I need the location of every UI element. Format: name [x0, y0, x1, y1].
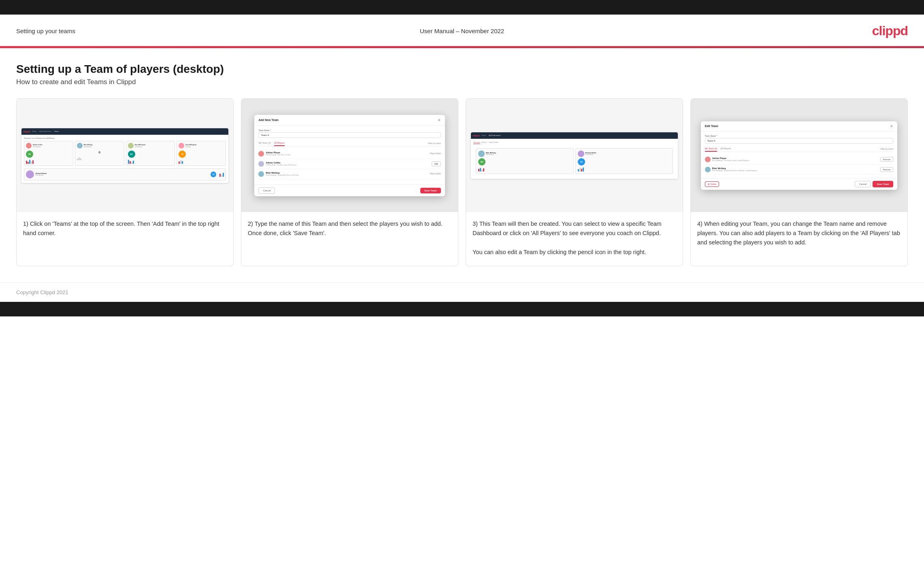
- player-list-2: Adrian Player Plus Handicap · The Shire …: [258, 149, 441, 181]
- mock-tab-settings-3: Stage Details: [489, 141, 498, 144]
- player-add-btn-2-1[interactable]: Add: [432, 161, 441, 166]
- edit-player-avatar-4-0: [705, 157, 711, 162]
- edit-player-detail-4-0: Plus Handicap · The Shire London, United…: [712, 159, 749, 161]
- modal-cancel-btn-2[interactable]: Cancel: [258, 187, 275, 194]
- header-center-label: User Manual – November 2022: [420, 28, 504, 34]
- player-detail-2-2: Plus Handicap · Royal North Devon Golf C…: [266, 174, 298, 176]
- card-2-modal: Add New Team ✕ Team Name * Team A My Tea…: [254, 115, 445, 196]
- edit-remove-btn-4-1[interactable]: Remove: [880, 167, 894, 172]
- bar: [179, 161, 180, 164]
- modal-footer-2: Cancel Save Team: [254, 185, 445, 196]
- mock-nav-teams-3: My Performance: [488, 134, 501, 136]
- mock-avatar-1: [26, 143, 32, 148]
- tab-my-team-4[interactable]: My Team (2): [705, 146, 717, 152]
- edit-player-info-4-0: Adrian Player Plus Handicap · The Shire …: [705, 157, 749, 162]
- modal-header-2: Add New Team ✕: [254, 115, 445, 126]
- bar: [581, 169, 582, 172]
- card-2: Add New Team ✕ Team Name * Team A My Tea…: [241, 98, 458, 266]
- edit-modal-close-4[interactable]: ✕: [890, 124, 893, 128]
- player-status-2-0: Player Added: [430, 153, 441, 155]
- metric-detail-3-0: Plus Handicap: [486, 154, 496, 155]
- mock-nav-performance: My Performance: [38, 130, 52, 132]
- page-title-area: Setting up a Team of players (desktop) H…: [0, 48, 924, 98]
- edit-remove-btn-4-0[interactable]: Remove: [880, 157, 894, 162]
- metric-avatar-3-1: [578, 151, 584, 157]
- mock-large-bars: [219, 172, 224, 177]
- player-avatar-2-1: [258, 161, 264, 167]
- bar: [131, 162, 132, 164]
- card-3-step-label: 3) This Team will then be created. You c…: [473, 219, 676, 257]
- edit-save-btn-4[interactable]: Save Team: [873, 181, 893, 187]
- mock-name-3: Dave Billingham: [135, 144, 146, 146]
- header-left-label: Setting up your teams: [16, 28, 75, 34]
- bar: [481, 170, 483, 172]
- player-detail-2-0: Plus Handicap · The Shire London: [266, 154, 290, 156]
- card-1-step-label: 1) Click on 'Teams' at the top of the sc…: [23, 219, 227, 238]
- bottom-bar: [0, 302, 924, 316]
- modal-close-2[interactable]: ✕: [438, 118, 441, 122]
- tab-my-team-2[interactable]: My Team (2): [258, 140, 270, 146]
- edit-player-detail-4-1: Plus Handicap · Royal North Devon Golf C…: [712, 170, 757, 172]
- mock-nav-teams: Teams: [53, 130, 60, 132]
- top-bar: [0, 0, 924, 15]
- card-4-text: 4) When editing your Team, you can chang…: [691, 212, 907, 266]
- logo: clippd: [872, 23, 908, 38]
- metric-score-3-0: 94: [478, 158, 485, 165]
- bar: [32, 160, 34, 164]
- bar: [77, 159, 78, 160]
- tab-all-players-2[interactable]: All Players: [274, 140, 285, 146]
- mock-large-avatar: [26, 170, 34, 178]
- copyright-text: Copyright Clippd 2021: [16, 289, 68, 295]
- mock-nav-1: clippd Home My Performance Teams: [21, 128, 228, 135]
- card-4: Edit Team ✕ Team Name * Team A My Team (…: [690, 98, 908, 266]
- mock-tab-overview-3: Overview: [473, 141, 480, 144]
- mock-avatar-4: [179, 143, 184, 148]
- bar: [182, 161, 183, 164]
- edit-cancel-btn-4[interactable]: Cancel: [855, 181, 871, 187]
- player-list-item-2-2: Blair McHarg Plus Handicap · Royal North…: [258, 169, 441, 179]
- card-1-screenshot: clippd Home My Performance Teams Showing…: [17, 99, 233, 212]
- mock-bars-3: [128, 159, 173, 164]
- cards-row: clippd Home My Performance Teams Showing…: [0, 98, 924, 282]
- mock-logo-1: clippd: [23, 130, 30, 133]
- mock-score-4: 78: [179, 151, 186, 158]
- page-subtitle: How to create and edit Teams in Clippd: [16, 78, 908, 86]
- bar: [579, 168, 581, 172]
- bar: [478, 169, 479, 172]
- mock-bars-2: [77, 155, 122, 160]
- modal-tabs-2: My Team (2) All Players Filter by name: [258, 140, 441, 146]
- delete-label-4: Delete: [711, 183, 716, 185]
- edit-team-name-input-4[interactable]: Team A: [705, 138, 893, 144]
- modal-save-btn-2[interactable]: Save Team: [420, 188, 441, 193]
- trash-icon: 🗑: [708, 183, 710, 185]
- player-avatar-2-2: [258, 171, 264, 177]
- player-info-2-1: Adrian Coliba 1.8 Handicap · Central Lon…: [258, 161, 296, 167]
- modal-team-name-input-2[interactable]: Team A: [258, 132, 441, 138]
- mock-nav-home: Home: [32, 130, 38, 132]
- metric-score-3-1: 72: [578, 158, 585, 165]
- mock-name-4: Dave Billingham: [185, 144, 196, 146]
- edit-player-avatar-4-1: [705, 167, 711, 172]
- bar: [28, 162, 29, 164]
- metric-bars-3-0: [478, 167, 571, 172]
- mock-detail-4: Handicap: [185, 146, 196, 148]
- card-4-step-label: 4) When editing your Team, you can chang…: [697, 219, 901, 248]
- mock-large-score: 72: [211, 172, 216, 177]
- mock-tab-players-3: Players: [482, 141, 487, 144]
- mock-nav-3: clippd Home My Performance: [471, 132, 678, 139]
- mock-player-grid-1: Adrian Collins Plus Handicap 84: [24, 141, 226, 166]
- mock-avatar-2: [77, 143, 83, 148]
- card-3-screenshot: clippd Home My Performance Overview Play…: [466, 99, 683, 212]
- page-title: Setting up a Team of players (desktop): [16, 63, 908, 76]
- player-info-2-0: Adrian Player Plus Handicap · The Shire …: [258, 151, 290, 157]
- bar: [578, 169, 579, 172]
- mock-detail-1: Plus Handicap: [33, 146, 43, 148]
- bar: [583, 168, 584, 172]
- tab-all-players-4[interactable]: All Players: [720, 146, 731, 152]
- modal-body-2: Team Name * Team A My Team (2) All Playe…: [254, 126, 445, 185]
- edit-delete-btn-4[interactable]: 🗑 Delete: [705, 181, 719, 187]
- metric-bars-3-1: [578, 167, 671, 172]
- filter-by-name-2: Filter by name: [428, 140, 441, 146]
- player-avatar-2-0: [258, 151, 264, 157]
- bar: [219, 174, 221, 177]
